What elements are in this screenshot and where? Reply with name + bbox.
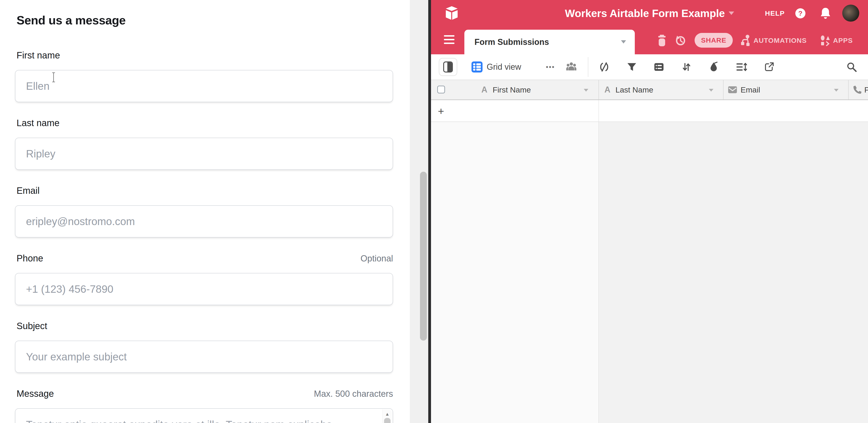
email-field-icon [728, 80, 737, 99]
browser-scrollbar[interactable] [410, 0, 428, 423]
grid-view-icon [471, 61, 483, 72]
first-name-label: First name [17, 50, 60, 61]
tab-form-submissions[interactable]: Form Submissions [464, 30, 635, 54]
view-sidebar-toggle-button[interactable] [439, 58, 457, 76]
history-button[interactable] [674, 27, 686, 54]
trash-button[interactable] [657, 27, 666, 54]
question-mark-icon[interactable] [795, 8, 805, 19]
scroll-up-arrow-icon[interactable] [382, 412, 392, 417]
field-phone: Phone Optional [15, 253, 393, 305]
collaborators-button[interactable] [566, 54, 577, 80]
field-subject: Subject [15, 321, 393, 373]
column-menu-chevron-icon[interactable] [834, 89, 839, 92]
column-header-first-name[interactable]: First Name [493, 80, 531, 99]
filter-button[interactable] [626, 54, 637, 80]
hide-fields-button[interactable] [599, 54, 610, 80]
last-name-input[interactable] [15, 138, 393, 170]
group-button[interactable] [654, 54, 664, 80]
column-divider [598, 122, 599, 423]
view-switcher[interactable]: Grid view [471, 54, 521, 80]
airtable-tab-row: Form Submissions SHARE [431, 27, 868, 54]
column-divider[interactable] [598, 80, 599, 99]
add-record-plus-icon[interactable] [438, 100, 444, 122]
sort-button[interactable] [682, 54, 691, 80]
last-name-label: Last name [17, 118, 60, 128]
view-options-button[interactable] [546, 54, 555, 80]
field-first-name: First name [15, 50, 393, 102]
collaborators-icon [566, 62, 577, 72]
share-view-icon [764, 62, 774, 72]
form-title: Send us a message [17, 13, 126, 27]
trash-icon [657, 34, 666, 47]
search-button[interactable] [846, 54, 857, 80]
toolbar-divider [588, 57, 588, 77]
browser-scrollbar-thumb[interactable] [420, 172, 427, 341]
view-name-label: Grid view [487, 62, 521, 72]
phone-label: Phone [17, 253, 43, 264]
subject-input[interactable] [15, 341, 393, 373]
airtable-pane: Workers Airtable Form Example HELP Form … [431, 0, 868, 423]
apps-button[interactable]: APPS [820, 27, 853, 54]
text-field-icon [482, 80, 487, 99]
message-textarea[interactable] [15, 408, 393, 423]
screen: Send us a message First name Last name E… [0, 0, 868, 423]
message-scrollbar-thumb[interactable] [384, 418, 391, 423]
column-header-email[interactable]: Email [741, 80, 760, 99]
column-divider [598, 100, 599, 122]
panel-icon [443, 61, 453, 72]
automations-icon [740, 34, 751, 47]
field-last-name: Last name [15, 118, 393, 170]
field-message: Message Max. 500 characters [15, 389, 393, 423]
hide-fields-icon [599, 62, 610, 72]
add-record-row[interactable] [431, 100, 868, 122]
message-maxchars-note: Max. 500 characters [314, 389, 393, 399]
history-icon [674, 35, 686, 46]
notifications-bell-icon[interactable] [820, 7, 831, 19]
text-cursor-icon [51, 72, 56, 83]
row-height-icon [736, 62, 747, 72]
phone-optional-note: Optional [361, 253, 393, 264]
column-header-last-name[interactable]: Last Name [616, 80, 653, 99]
view-toolbar: Grid view [431, 54, 868, 80]
grid-empty-area-primary [431, 122, 598, 423]
sort-icon [682, 62, 691, 72]
share-view-button[interactable] [764, 54, 774, 80]
search-icon [846, 62, 857, 72]
help-button[interactable]: HELP [765, 0, 785, 27]
field-email: Email [15, 185, 393, 238]
column-header-phone[interactable]: Phone [864, 80, 868, 99]
phone-input[interactable] [15, 273, 393, 305]
column-divider[interactable] [723, 80, 723, 99]
contact-form-pane: Send us a message First name Last name E… [0, 0, 410, 423]
row-height-button[interactable] [736, 54, 747, 80]
column-divider[interactable] [848, 80, 849, 99]
column-menu-chevron-icon[interactable] [584, 89, 588, 92]
pane-divider[interactable] [428, 0, 431, 423]
select-all-checkbox[interactable] [437, 86, 445, 93]
tab-chevron-down-icon[interactable] [621, 40, 626, 43]
column-menu-chevron-icon[interactable] [709, 89, 713, 92]
filter-icon [626, 62, 637, 72]
hamburger-menu-icon[interactable] [444, 35, 455, 46]
ellipsis-icon [546, 62, 555, 72]
row-color-icon [709, 62, 718, 72]
email-input[interactable] [15, 205, 393, 238]
table-header-row: First Name Last Name Email Phone [431, 80, 868, 100]
text-field-icon [604, 80, 611, 99]
chevron-down-icon [728, 11, 734, 15]
message-scrollbar[interactable] [382, 410, 392, 423]
phone-field-icon [852, 80, 862, 99]
apps-icon [820, 35, 830, 46]
message-label: Message [17, 389, 54, 399]
row-color-button[interactable] [709, 54, 718, 80]
airtable-topbar: Workers Airtable Form Example HELP [431, 0, 868, 27]
email-label: Email [17, 185, 39, 196]
automations-button[interactable]: AUTOMATIONS [740, 27, 807, 54]
user-avatar[interactable] [842, 5, 859, 22]
group-icon [654, 62, 664, 72]
first-name-input[interactable] [15, 70, 393, 102]
base-title[interactable]: Workers Airtable Form Example [565, 7, 725, 20]
subject-label: Subject [17, 321, 47, 331]
grid-empty-area-secondary [599, 122, 868, 423]
share-button[interactable]: SHARE [694, 33, 733, 48]
